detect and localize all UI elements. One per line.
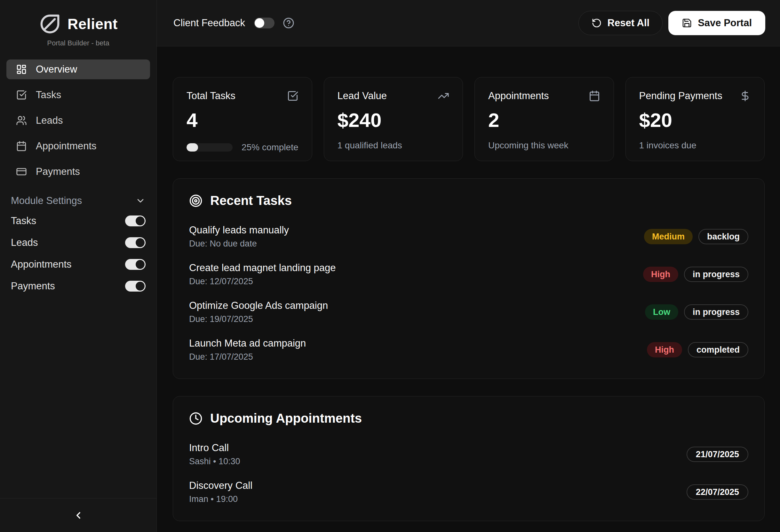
module-row-leads: Leads [11, 235, 146, 250]
task-row: Qualify leads manually Due: No due date … [189, 224, 748, 249]
task-row: Launch Meta ad campaign Due: 17/07/2025 … [189, 337, 748, 362]
client-feedback-label: Client Feedback [174, 17, 245, 29]
task-due-date: Due: 17/07/2025 [189, 352, 306, 362]
sidebar-item-overview[interactable]: Overview [6, 59, 150, 79]
square-check-icon [16, 90, 27, 100]
status-badge: in progress [684, 304, 748, 320]
stats-row: Total Tasks 4 25% complete [173, 77, 765, 161]
recent-tasks-panel: Recent Tasks Qualify leads manually Due:… [173, 178, 765, 379]
appointment-date-badge: 22/07/2025 [687, 484, 748, 500]
collapse-sidebar-button[interactable] [73, 510, 84, 521]
tasks-module-toggle[interactable] [125, 215, 146, 226]
task-due-date: Due: 19/07/2025 [189, 314, 328, 324]
recent-tasks-title: Recent Tasks [210, 194, 292, 208]
square-check-icon [287, 90, 298, 102]
rotate-ccw-icon [592, 18, 602, 28]
stat-value: $240 [338, 109, 449, 131]
upcoming-appointments-panel: Upcoming Appointments Intro Call Sashi •… [173, 396, 765, 521]
topbar: Client Feedback Reset All Save Portal [157, 0, 780, 46]
appointment-date-badge: 21/07/2025 [687, 447, 748, 462]
save-icon [682, 18, 692, 28]
tasks-progress-bar [187, 143, 233, 152]
module-row-payments: Payments [11, 279, 146, 294]
reset-all-label: Reset All [607, 17, 650, 29]
client-feedback-toggle[interactable] [254, 17, 275, 29]
priority-badge: High [647, 342, 682, 358]
module-settings-section: Module Settings Tasks Leads Appointments… [0, 195, 156, 294]
module-settings-header[interactable]: Module Settings [11, 195, 146, 207]
appointment-row: Discovery Call Iman • 19:00 22/07/2025 [189, 480, 748, 504]
sidebar-item-tasks[interactable]: Tasks [6, 85, 150, 105]
appointment-meta: Iman • 19:00 [189, 494, 252, 504]
module-settings-label: Module Settings [11, 195, 82, 207]
task-row: Create lead magnet landing page Due: 12/… [189, 262, 748, 286]
task-title: Create lead magnet landing page [189, 262, 336, 274]
content: Total Tasks 4 25% complete [157, 46, 780, 532]
stat-title: Total Tasks [187, 90, 236, 102]
module-label: Payments [11, 280, 55, 292]
stat-card-lead-value: Lead Value $240 1 qualified leads [324, 77, 463, 161]
credit-card-icon [16, 166, 27, 177]
target-icon [189, 194, 202, 208]
relient-logo-icon [39, 13, 61, 35]
stat-subtext: 1 qualified leads [338, 140, 449, 151]
appointment-title: Discovery Call [189, 480, 252, 491]
appointment-row: Intro Call Sashi • 10:30 21/07/2025 [189, 442, 748, 467]
main-area: Client Feedback Reset All Save Portal [157, 0, 780, 532]
stat-card-appointments: Appointments 2 Upcoming this week [475, 77, 614, 161]
sidebar-item-label: Tasks [36, 89, 61, 101]
module-label: Tasks [11, 215, 36, 227]
topbar-actions: Reset All Save Portal [578, 11, 765, 35]
task-due-date: Due: No due date [189, 239, 289, 249]
toggle-knob [135, 237, 145, 248]
toggle-knob [135, 281, 145, 291]
priority-badge: High [643, 267, 678, 282]
sidebar-item-label: Overview [36, 64, 77, 75]
reset-all-button[interactable]: Reset All [578, 11, 663, 35]
calendar-icon [589, 90, 600, 102]
chevron-down-icon [135, 196, 146, 206]
upcoming-appointments-title: Upcoming Appointments [210, 411, 362, 426]
appointments-module-toggle[interactable] [125, 259, 146, 270]
payments-module-toggle[interactable] [125, 281, 146, 291]
leads-module-toggle[interactable] [125, 237, 146, 248]
appointment-meta: Sashi • 10:30 [189, 457, 240, 467]
stat-subtext: 25% complete [242, 142, 298, 153]
stat-value: $20 [639, 109, 751, 131]
help-icon[interactable] [283, 17, 294, 29]
app-root: Relient Portal Builder - beta Overview T… [0, 0, 780, 532]
stat-value: 2 [488, 109, 600, 131]
task-title: Optimize Google Ads campaign [189, 300, 328, 311]
sidebar-item-appointments[interactable]: Appointments [6, 136, 150, 156]
toggle-knob [255, 18, 264, 28]
sidebar-footer [0, 498, 156, 532]
module-row-appointments: Appointments [11, 257, 146, 272]
stat-title: Lead Value [338, 90, 387, 102]
sidebar-item-payments[interactable]: Payments [6, 162, 150, 181]
toggle-knob [135, 259, 145, 269]
tasks-progress-fill [187, 143, 198, 152]
sidebar-item-leads[interactable]: Leads [6, 111, 150, 130]
calendar-icon [16, 141, 27, 152]
sidebar-nav: Overview Tasks Leads Appointments [0, 59, 156, 181]
stat-title: Appointments [488, 90, 549, 102]
task-title: Launch Meta ad campaign [189, 337, 306, 349]
save-portal-button[interactable]: Save Portal [668, 11, 765, 35]
stat-subtext: 1 invoices due [639, 140, 751, 151]
status-badge: backlog [698, 229, 748, 244]
status-badge: completed [688, 342, 748, 358]
users-icon [16, 115, 27, 126]
brand-name: Relient [67, 15, 118, 33]
sidebar-item-label: Leads [36, 115, 63, 126]
stat-subtext: Upcoming this week [488, 140, 600, 151]
priority-badge: Low [645, 304, 678, 320]
logo-area: Relient Portal Builder - beta [0, 0, 156, 47]
task-title: Qualify leads manually [189, 224, 289, 236]
priority-badge: Medium [644, 229, 693, 244]
sidebar-item-label: Appointments [36, 140, 97, 152]
module-label: Leads [11, 237, 38, 249]
save-portal-label: Save Portal [698, 17, 752, 29]
sidebar: Relient Portal Builder - beta Overview T… [0, 0, 157, 532]
clock-icon [189, 412, 202, 425]
dollar-sign-icon [739, 90, 751, 102]
